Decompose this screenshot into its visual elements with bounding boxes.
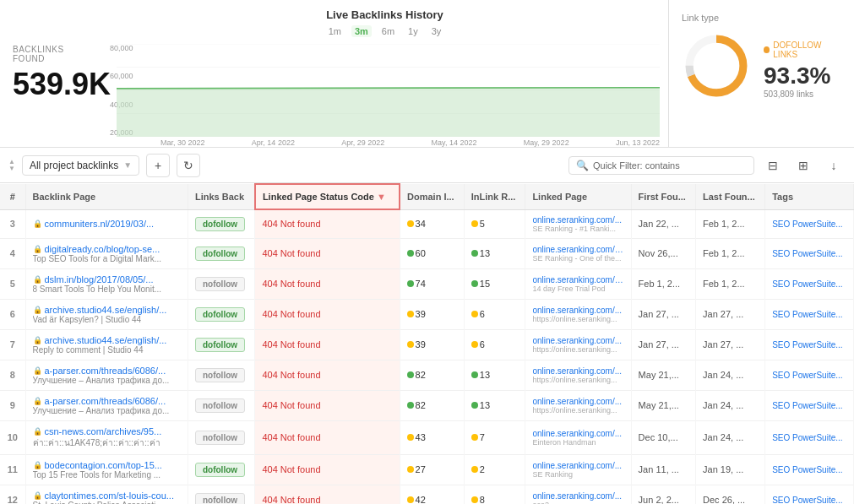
col-links-back[interactable]: Links Back [188, 184, 254, 209]
cell-tags: SEO PowerSuite... [765, 485, 854, 504]
export-button[interactable]: ↓ [822, 154, 846, 177]
cell-first-found: Feb 1, 2... [631, 268, 695, 299]
col-linked-page[interactable]: Linked Page [525, 184, 631, 209]
inlink-dot [471, 466, 478, 473]
linked-sub: aca2 [532, 501, 623, 505]
backlink-url[interactable]: 🔒 archive.studio44.se/english/... [33, 305, 181, 315]
linked-url: online.seranking.com/... [532, 336, 623, 345]
linked-sub: 14 day Free Trial Pod [532, 285, 623, 293]
col-status-code[interactable]: Linked Page Status Code ▼ [255, 184, 400, 209]
page-desc: Top 15 Free Tools for Marketing ... [33, 470, 181, 480]
view-toggle-button[interactable]: ⊞ [791, 154, 815, 177]
inlink-dot [471, 434, 478, 441]
search-bar[interactable]: 🔍 Quick Filter: contains [568, 156, 754, 175]
backlink-url[interactable]: 🔒 archive.studio44.se/english/... [33, 335, 181, 345]
page-desc: Reply to comment | Studio 44 [33, 345, 181, 355]
time-btn-6m[interactable]: 6m [378, 25, 398, 37]
status-text: 404 Not found [262, 309, 320, 319]
last-found-date: Jan 24, ... [703, 400, 743, 410]
cell-last-found: Jan 24, ... [696, 420, 765, 454]
x-label-3: Apr, 29 2022 [341, 138, 384, 147]
col-first-found[interactable]: First Fou... [631, 184, 695, 209]
plus-icon: + [155, 159, 161, 172]
inlink-dot [471, 280, 478, 287]
backlinks-table: # Backlink Page Links Back Linked Page S… [0, 183, 854, 504]
cell-linked-page: online.seranking.com/... aca2 [525, 485, 631, 504]
linked-sub: SE Ranking - One of the... [532, 254, 623, 263]
time-btn-1m[interactable]: 1m [325, 25, 345, 37]
first-found-date: Jan 27, ... [639, 339, 679, 350]
domain-dot [407, 496, 414, 503]
cell-links-back: dofollow [188, 209, 254, 238]
page-desc: Vad är Kapsylen? | Studio 44 [33, 315, 181, 324]
backlink-url[interactable]: 🔒 dslm.in/blog/2017/08/05/... [33, 274, 181, 285]
inlink-dot [471, 341, 478, 348]
cell-inlink: 13 [464, 360, 525, 390]
first-found-date: May 21,... [639, 400, 679, 410]
col-backlink-page[interactable]: Backlink Page [25, 184, 188, 209]
cell-links-back: nofollow [188, 420, 254, 454]
last-found-date: Jan 19, ... [703, 464, 743, 474]
backlink-url[interactable]: 🔒 a-parser.com/threads/6086/... [33, 366, 181, 376]
cell-status: 404 Not found [255, 420, 400, 454]
cell-status: 404 Not found [255, 268, 400, 299]
col-last-found[interactable]: Last Foun... [696, 184, 765, 209]
linked-url: online.seranking.com/b... [532, 245, 623, 254]
domain-dot [407, 402, 414, 409]
linked-url: online.seranking.com/... [532, 461, 623, 470]
cell-tags: SEO PowerSuite... [765, 360, 854, 390]
table-row: 4 🔒 digitalready.co/blog/top-se... Top S… [0, 238, 854, 268]
cell-links-back: nofollow [188, 268, 254, 299]
first-found-date: Nov 26,... [639, 248, 678, 258]
time-btn-1y[interactable]: 1y [405, 25, 422, 37]
cell-linked-page: online.seranking.com/... https://online.… [525, 299, 631, 329]
table-row: 6 🔒 archive.studio44.se/english/... Vad … [0, 299, 854, 329]
col-tags[interactable]: Tags [765, 184, 854, 209]
cell-links-back: nofollow [188, 485, 254, 504]
project-select-dropdown[interactable]: All project backlinks ▼ [22, 155, 139, 176]
col-domain[interactable]: Domain I... [400, 184, 464, 209]
cell-tags: SEO PowerSuite... [765, 268, 854, 299]
cell-inlink: 6 [464, 299, 525, 329]
backlink-url[interactable]: 🔒 digitalready.co/blog/top-se... [33, 244, 181, 254]
backlink-url[interactable]: 🔒 a-parser.com/threads/6086/... [33, 396, 181, 406]
table-row: 9 🔒 a-parser.com/threads/6086/... Улучше… [0, 390, 854, 420]
cell-last-found: Feb 1, 2... [696, 238, 765, 268]
cell-links-back: dofollow [188, 329, 254, 360]
first-found-date: Jan 27, ... [639, 309, 679, 319]
status-text: 404 Not found [262, 495, 320, 504]
lock-icon: 🔒 [33, 336, 42, 344]
last-found-date: Jan 24, ... [703, 370, 743, 380]
cell-tags: SEO PowerSuite... [765, 299, 854, 329]
last-found-date: Jan 27, ... [703, 309, 743, 319]
filter-button[interactable]: ⊟ [761, 154, 785, 177]
cell-backlink-page: 🔒 archive.studio44.se/english/... Vad är… [25, 299, 188, 329]
links-back-badge: dofollow [195, 217, 245, 231]
cell-last-found: Jan 24, ... [696, 360, 765, 390]
cell-last-found: Feb 1, 2... [696, 209, 765, 238]
backlink-url[interactable]: 🔒 communiters.nl/2019/03/... [33, 219, 181, 229]
dofollow-pct: 93.3% [764, 62, 841, 89]
backlink-url[interactable]: 🔒 claytontimes.com/st-louis-cou... [33, 490, 181, 501]
add-button[interactable]: + [146, 154, 170, 177]
col-num: # [0, 184, 25, 209]
time-btn-3m[interactable]: 3m [351, 25, 372, 37]
time-btn-3y[interactable]: 3y [428, 25, 445, 37]
cell-domain: 27 [400, 454, 464, 485]
cell-num: 6 [0, 299, 25, 329]
dofollow-label: DOFOLLOW LINKS [764, 41, 841, 59]
sort-controls[interactable]: ▲ ▼ [8, 159, 15, 172]
filter-icon: ⊟ [768, 159, 778, 172]
backlink-url[interactable]: 🔒 bodecontagion.com/top-15... [33, 460, 181, 470]
cell-inlink: 13 [464, 238, 525, 268]
cell-inlink: 13 [464, 390, 525, 420]
cell-last-found: Jan 19, ... [696, 454, 765, 485]
backlink-url[interactable]: 🔒 csn-news.com/archives/95... [33, 426, 181, 436]
cell-domain: 34 [400, 209, 464, 238]
cell-tags: SEO PowerSuite... [765, 329, 854, 360]
col-inlink[interactable]: InLink R... [464, 184, 525, 209]
linked-url: online.seranking.com/... [532, 491, 623, 501]
lock-icon: 🔒 [33, 245, 42, 253]
refresh-button[interactable]: ↻ [177, 154, 200, 177]
cell-tags: SEO PowerSuite... [765, 209, 854, 238]
